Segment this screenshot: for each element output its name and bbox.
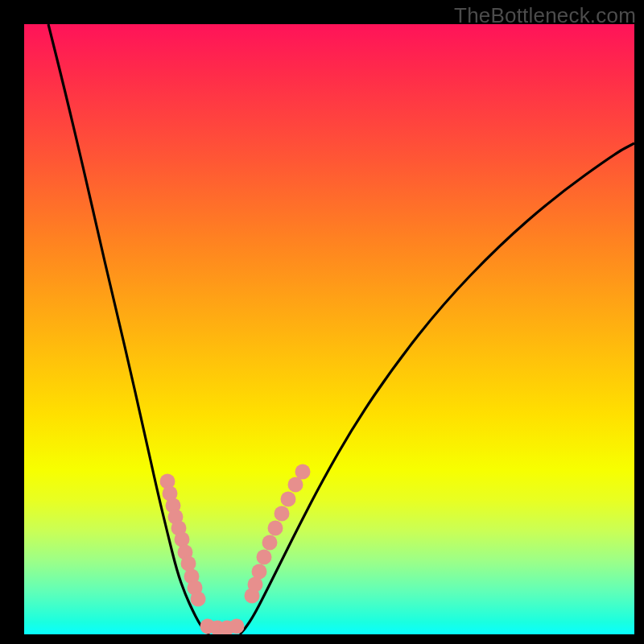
highlight-dot [288,477,303,493]
highlight-dot [175,532,190,547]
highlight-dot [257,550,272,565]
plot-area [24,24,634,634]
watermark-text: TheBottleneck.com [454,3,636,28]
highlight-dot [262,535,278,551]
highlight-dot [252,564,267,580]
highlight-dot [268,521,283,536]
outer-frame: TheBottleneck.com [0,0,644,644]
curve-right [240,143,634,634]
highlight-dot [281,492,296,507]
highlight-dot [229,619,245,634]
chart-svg [24,24,634,634]
highlight-dot [275,506,290,522]
highlight-dot [181,556,196,572]
highlight-dot [295,464,311,480]
highlight-dot [191,592,206,607]
